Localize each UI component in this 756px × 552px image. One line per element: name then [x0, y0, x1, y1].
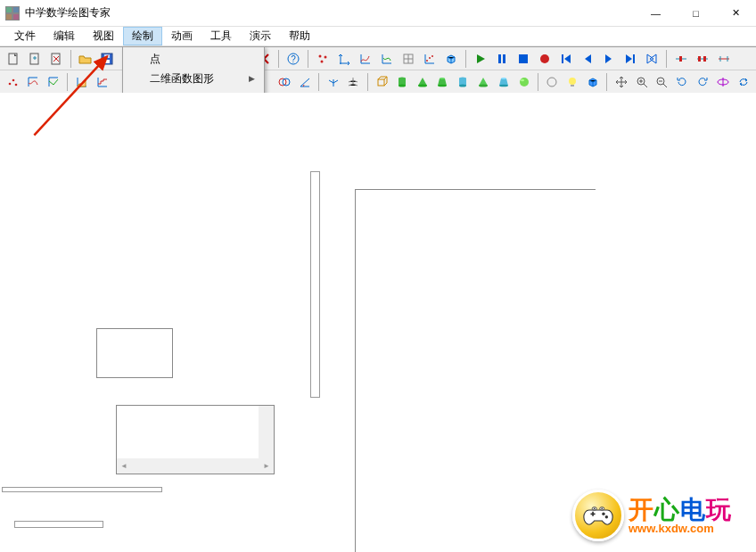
main-canvas[interactable] [355, 189, 596, 552]
save-icon[interactable] [97, 49, 117, 69]
thin-panel-2 [14, 521, 103, 528]
lightbulb-icon[interactable] [563, 72, 582, 92]
new-doc-icon[interactable] [4, 49, 23, 69]
frustum-blue-icon[interactable] [494, 72, 513, 92]
solid-icon[interactable] [441, 49, 461, 69]
slider-h-icon[interactable] [671, 49, 691, 69]
scrollbar-vertical[interactable] [259, 406, 274, 458]
svg-point-22 [540, 54, 549, 63]
prev-icon[interactable] [578, 49, 597, 69]
open-icon[interactable] [76, 49, 95, 69]
svg-point-28 [9, 82, 12, 85]
svg-point-16 [426, 60, 428, 62]
menu-2d-function[interactable]: 二维函数图形▶ [125, 69, 262, 88]
svg-point-36 [399, 84, 406, 87]
close-button[interactable]: ✕ [716, 0, 756, 26]
svg-point-45 [499, 84, 508, 87]
svg-rect-2 [6, 14, 12, 20]
scrollbar-horizontal[interactable] [117, 458, 274, 474]
svg-rect-8 [104, 60, 110, 63]
grid3d-icon[interactable] [344, 72, 363, 92]
angle-icon[interactable] [295, 72, 314, 92]
logo-url: www.kxdw.com [629, 523, 732, 534]
curve-icon[interactable] [24, 72, 43, 92]
svg-point-29 [12, 78, 15, 81]
pause-icon[interactable] [492, 49, 512, 69]
cone-green2-icon[interactable] [474, 72, 493, 92]
first-icon[interactable] [556, 49, 576, 69]
cylinder-blue-icon[interactable] [454, 72, 472, 92]
plot2d-icon[interactable] [356, 49, 375, 69]
app-icon [5, 6, 20, 21]
small-panel[interactable] [96, 328, 173, 378]
refresh-icon[interactable] [734, 72, 752, 92]
watermark-logo: 开心电玩 www.kxdw.com [572, 484, 751, 547]
zoom-in-icon[interactable] [632, 72, 651, 92]
cone-green-icon[interactable] [413, 72, 431, 92]
menu-demo[interactable]: 演示 [241, 27, 280, 45]
menu-tools[interactable]: 工具 [201, 27, 241, 45]
move-icon[interactable] [612, 72, 630, 92]
surface-icon[interactable] [45, 72, 63, 92]
frustum-green-icon[interactable] [433, 72, 452, 92]
axes3d-icon[interactable] [324, 72, 342, 92]
loop-icon[interactable] [642, 49, 662, 69]
svg-rect-21 [519, 54, 528, 63]
slider-v-icon[interactable] [693, 49, 712, 69]
rotate-ccw-icon[interactable] [694, 72, 712, 92]
sphere-icon[interactable] [514, 72, 533, 92]
plot-series-icon[interactable] [420, 49, 440, 69]
delete-page-icon[interactable] [46, 49, 66, 69]
rotate3d-icon[interactable] [713, 72, 732, 92]
plot-grid-icon[interactable] [399, 49, 418, 69]
intersection-icon[interactable] [275, 72, 294, 92]
stop-icon[interactable] [514, 49, 533, 69]
slider-range-icon[interactable] [714, 49, 734, 69]
svg-rect-3 [13, 14, 19, 20]
menu-help[interactable]: 帮助 [280, 27, 319, 45]
menu-edit[interactable]: 编辑 [45, 27, 84, 45]
svg-point-60 [601, 508, 603, 510]
axes-icon[interactable] [334, 49, 354, 69]
circle-tool-icon[interactable] [543, 72, 562, 92]
svg-point-17 [429, 57, 431, 59]
record-icon[interactable] [535, 49, 555, 69]
plot-step-icon[interactable] [93, 72, 111, 92]
cube-wire-icon[interactable] [373, 72, 391, 92]
rotate-cw-icon[interactable] [673, 72, 692, 92]
toolbar-secondary [0, 70, 756, 94]
svg-point-49 [569, 78, 576, 85]
menu-point[interactable]: 点 [125, 49, 262, 69]
play-icon[interactable] [471, 49, 490, 69]
svg-point-46 [520, 78, 529, 87]
svg-point-55 [602, 513, 604, 515]
menu-draw[interactable]: 绘制 [123, 27, 162, 45]
scroll-panel[interactable] [116, 405, 275, 474]
svg-point-37 [418, 84, 427, 87]
plot-partial-icon[interactable] [377, 49, 397, 69]
window-title: 中学数学绘图专家 [25, 5, 111, 21]
svg-point-43 [479, 84, 488, 87]
help-icon[interactable]: ? [284, 49, 303, 69]
svg-point-38 [440, 78, 445, 79]
maximize-button[interactable]: □ [676, 0, 716, 26]
scatter-icon[interactable] [4, 72, 22, 92]
svg-rect-1 [13, 7, 19, 12]
next-icon[interactable] [599, 49, 619, 69]
zoom-out-icon[interactable] [653, 72, 671, 92]
last-icon[interactable] [620, 49, 640, 69]
menu-file[interactable]: 文件 [5, 27, 45, 45]
minimize-button[interactable]: — [636, 0, 676, 26]
plot-area-icon[interactable] [72, 72, 91, 92]
points-icon[interactable] [313, 49, 333, 69]
menu-view[interactable]: 视图 [84, 27, 123, 45]
menubar: 文件 编辑 视图 绘制 动画 工具 演示 帮助 [0, 27, 756, 46]
cube-blue-icon[interactable] [584, 72, 603, 92]
menu-animate[interactable]: 动画 [162, 27, 201, 45]
svg-rect-19 [498, 54, 501, 63]
svg-point-48 [547, 78, 556, 87]
svg-point-44 [501, 78, 506, 79]
slider-track[interactable] [310, 171, 320, 398]
new-page-icon[interactable] [25, 49, 45, 69]
cylinder-green-icon[interactable] [392, 72, 411, 92]
